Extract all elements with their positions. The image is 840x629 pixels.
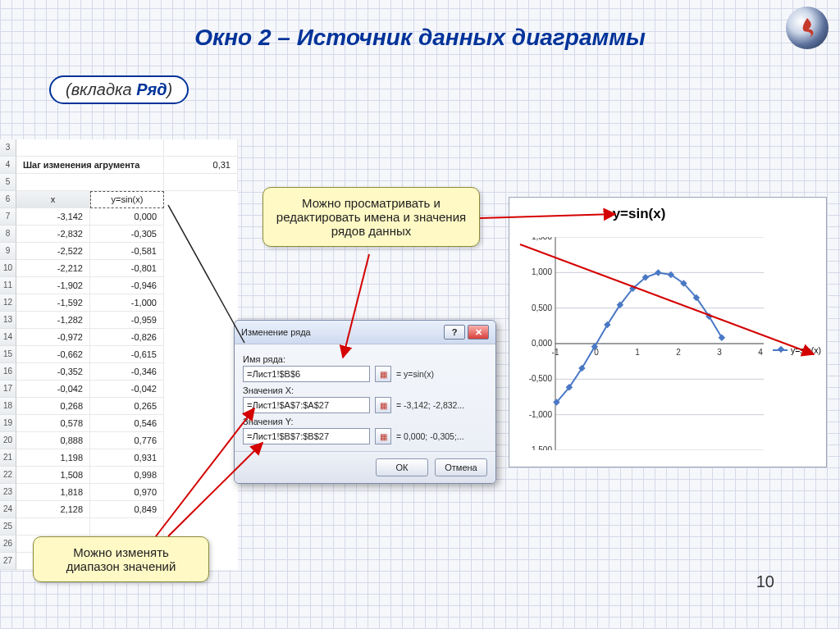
series-name-input[interactable]: =Лист1!$B$6 — [243, 366, 370, 382]
cell-x[interactable]: -0,972 — [16, 329, 90, 346]
cell-x[interactable]: -2,522 — [16, 243, 90, 260]
svg-text:-1,000: -1,000 — [529, 410, 553, 419]
row-header[interactable]: 10 — [0, 260, 16, 277]
row-header[interactable]: 8 — [0, 226, 16, 243]
row-header[interactable]: 12 — [0, 294, 16, 312]
cell-x[interactable] — [16, 518, 90, 536]
cell-x[interactable]: 0,268 — [16, 398, 90, 415]
cell-y[interactable]: 0,849 — [90, 501, 164, 518]
page-number: 10 — [756, 572, 774, 591]
cell-y[interactable]: -1,000 — [90, 294, 164, 312]
x-values-input[interactable]: =Лист1!$A$7:$A$27 — [243, 397, 370, 413]
cell-x[interactable]: -2,832 — [16, 226, 90, 243]
row-header[interactable]: 4 — [0, 157, 16, 174]
row-header[interactable]: 21 — [0, 449, 16, 467]
cell-x[interactable]: 0,888 — [16, 432, 90, 449]
cell-x[interactable]: -0,352 — [16, 363, 90, 381]
cell-y[interactable]: -0,959 — [90, 312, 164, 329]
row-header[interactable]: 14 — [0, 329, 16, 346]
row-header[interactable]: 18 — [0, 398, 16, 415]
cell-y[interactable]: -0,615 — [90, 346, 164, 363]
cell[interactable] — [164, 139, 238, 157]
close-button[interactable]: ✕ — [468, 325, 489, 340]
cell-x[interactable]: -0,662 — [16, 346, 90, 363]
help-button[interactable]: ? — [444, 325, 465, 340]
range-picker-button[interactable]: ▦ — [375, 397, 391, 413]
cell-y[interactable]: -0,346 — [90, 363, 164, 381]
cell[interactable] — [164, 174, 238, 191]
cell[interactable] — [16, 139, 164, 157]
chart-plot-area[interactable]: 1,5001,0000,5000,000-0,500-1,000-1,500-1… — [526, 237, 764, 450]
row-header[interactable]: 26 — [0, 536, 16, 553]
cell-y[interactable]: -0,042 — [90, 381, 164, 398]
cell-y[interactable]: 0,776 — [90, 432, 164, 449]
row-header[interactable]: 5 — [0, 174, 16, 191]
cancel-button[interactable]: Отмена — [435, 458, 487, 476]
y-values-input[interactable]: =Лист1!$B$7:$B$27 — [243, 428, 370, 444]
cell-y[interactable]: 0,546 — [90, 415, 164, 432]
row-header[interactable]: 25 — [0, 518, 16, 536]
cell-x[interactable]: -1,592 — [16, 294, 90, 312]
series-name-preview: = y=sin(x) — [396, 369, 487, 379]
cell-x[interactable]: -0,042 — [16, 381, 90, 398]
row-header[interactable]: 22 — [0, 467, 16, 484]
row-header[interactable]: 13 — [0, 312, 16, 329]
cell-x[interactable]: 0,578 — [16, 415, 90, 432]
chart[interactable]: y=sin(x) 1,5001,0000,5000,000-0,500-1,00… — [509, 197, 827, 467]
row-header[interactable]: 19 — [0, 415, 16, 432]
cell-x[interactable]: 1,818 — [16, 484, 90, 501]
range-picker-button[interactable]: ▦ — [375, 428, 391, 444]
ok-button[interactable]: ОК — [376, 458, 428, 476]
cell-y[interactable]: -0,946 — [90, 277, 164, 294]
cell-y[interactable]: 0,000 — [90, 208, 164, 226]
cell-y[interactable]: -0,581 — [90, 243, 164, 260]
row-header[interactable]: 23 — [0, 484, 16, 501]
cell-x[interactable]: 1,508 — [16, 467, 90, 484]
chart-legend[interactable]: y=sin(x) — [773, 345, 821, 355]
cell-x[interactable]: -1,902 — [16, 277, 90, 294]
cell-y[interactable]: 0,998 — [90, 467, 164, 484]
spreadsheet[interactable]: 3 4 Шаг изменения агрумента 0,31 5 6 x y… — [0, 139, 238, 570]
svg-text:2: 2 — [676, 348, 681, 357]
row-header[interactable]: 9 — [0, 243, 16, 260]
cell-y[interactable]: 0,265 — [90, 398, 164, 415]
row-header[interactable]: 24 — [0, 501, 16, 518]
slide-title: Окно 2 – Источник данных диаграммы — [0, 25, 840, 51]
cell-x[interactable]: -3,142 — [16, 208, 90, 226]
range-picker-button[interactable]: ▦ — [375, 366, 391, 382]
row-header[interactable]: 27 — [0, 553, 16, 570]
cell-x[interactable]: 1,198 — [16, 449, 90, 467]
row-header[interactable]: 20 — [0, 432, 16, 449]
col-header-y-selected[interactable]: y=sin(x) — [90, 191, 164, 208]
y-values-label: Значения Y: — [243, 417, 487, 426]
row-header[interactable]: 16 — [0, 363, 16, 381]
dialog-titlebar[interactable]: Изменение ряда ? ✕ — [235, 321, 495, 344]
cell[interactable] — [16, 174, 164, 191]
svg-text:-1,500: -1,500 — [529, 445, 553, 450]
svg-text:0,000: 0,000 — [532, 339, 552, 348]
row-header[interactable]: 11 — [0, 277, 16, 294]
chart-title: y=sin(x) — [509, 206, 769, 222]
svg-rect-35 — [719, 335, 725, 341]
cell-y[interactable]: -0,801 — [90, 260, 164, 277]
row-header[interactable]: 6 — [0, 191, 16, 208]
row-header[interactable]: 15 — [0, 346, 16, 363]
cell-y[interactable]: -0,305 — [90, 226, 164, 243]
step-value[interactable]: 0,31 — [164, 157, 238, 174]
cell-y[interactable] — [90, 518, 164, 536]
cell-y[interactable]: 0,931 — [90, 449, 164, 467]
x-values-preview: = -3,142; -2,832... — [396, 400, 487, 410]
row-header[interactable]: 7 — [0, 208, 16, 226]
row-header[interactable]: 3 — [0, 139, 16, 157]
row-header[interactable]: 17 — [0, 381, 16, 398]
col-header-x[interactable]: x — [16, 191, 90, 208]
cell-x[interactable]: -1,282 — [16, 312, 90, 329]
cell-x[interactable]: 2,128 — [16, 501, 90, 518]
cell-y[interactable]: -0,826 — [90, 329, 164, 346]
step-label[interactable]: Шаг изменения агрумента — [16, 157, 164, 174]
callout-range: Можно изменять диапазон значений — [33, 536, 209, 582]
cell-y[interactable]: 0,970 — [90, 484, 164, 501]
svg-text:4: 4 — [758, 348, 763, 357]
subtitle-close: ) — [167, 80, 173, 98]
cell-x[interactable]: -2,212 — [16, 260, 90, 277]
